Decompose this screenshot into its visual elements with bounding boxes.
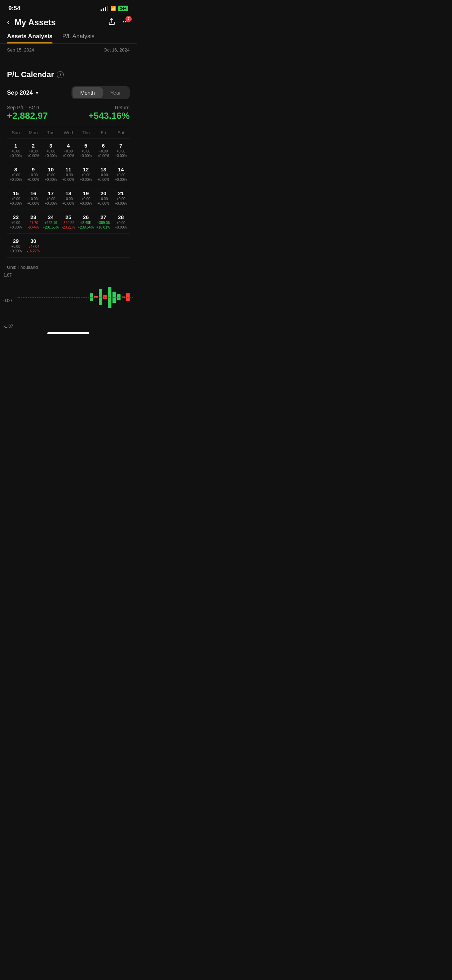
day-pl: +0.00 bbox=[11, 173, 20, 177]
day-pl: +0.00 bbox=[81, 173, 90, 177]
day-pct: +0.00% bbox=[27, 202, 39, 205]
table-row: 9 +0.00 +0.00% bbox=[24, 165, 42, 183]
info-icon[interactable]: i bbox=[57, 71, 64, 78]
day-pct: +0.00% bbox=[62, 154, 74, 158]
status-time: 9:54 bbox=[8, 5, 20, 12]
table-row: 10 +0.00 +0.00% bbox=[42, 165, 60, 183]
day-header-mon: Mon bbox=[24, 130, 42, 135]
day-number: 9 bbox=[32, 167, 35, 172]
table-row: 29 +0.00 +0.00% bbox=[7, 237, 24, 255]
share-button[interactable] bbox=[108, 18, 116, 27]
calendar-week-2: 8 +0.00 +0.00% 9 +0.00 +0.00% 10 +0.00 +… bbox=[7, 162, 130, 186]
day-number: 6 bbox=[102, 143, 105, 149]
day-pl: +0.00 bbox=[29, 149, 38, 153]
day-pct: +0.00% bbox=[10, 249, 22, 253]
tab-bar: Assets Analysis P/L Analysis bbox=[0, 32, 137, 44]
table-row: 25 -320.22 -23.21% bbox=[60, 213, 77, 231]
day-pct: +201.56% bbox=[43, 225, 59, 229]
tab-pl-analysis[interactable]: P/L Analysis bbox=[62, 33, 95, 43]
day-pct: +0.00% bbox=[62, 202, 74, 205]
day-pl: +0.00 bbox=[116, 173, 125, 177]
day-header-thu: Thu bbox=[77, 130, 95, 135]
day-number: 28 bbox=[118, 214, 124, 220]
table-row: - bbox=[60, 237, 77, 255]
month-selector[interactable]: Sep 2024 ▼ bbox=[7, 89, 39, 96]
table-row: 8 +0.00 +0.00% bbox=[7, 165, 24, 183]
day-pct: +0.00% bbox=[45, 154, 57, 158]
day-pl: +0.00 bbox=[116, 149, 125, 153]
day-pl: +922.19 bbox=[45, 221, 57, 225]
day-pl: +0.00 bbox=[29, 197, 38, 201]
bottom-indicator bbox=[0, 329, 137, 341]
day-number: 4 bbox=[67, 143, 70, 149]
wifi-icon: 📶 bbox=[110, 6, 116, 11]
more-button[interactable]: 7 bbox=[122, 18, 130, 27]
year-toggle-button[interactable]: Year bbox=[103, 87, 129, 98]
day-pct: +0.00% bbox=[97, 154, 109, 158]
chart-y-bot: -1.87 bbox=[3, 324, 13, 329]
table-row: 1 +0.00 +0.00% bbox=[7, 141, 24, 159]
day-pct: +0.00% bbox=[97, 202, 109, 205]
day-pl: -47.70 bbox=[29, 221, 38, 225]
table-row: 15 +0.00 +0.00% bbox=[7, 189, 24, 207]
day-pl: +0.00 bbox=[11, 245, 20, 248]
day-pct: +0.00% bbox=[27, 178, 39, 181]
status-icons: 📶 24+ bbox=[100, 6, 128, 11]
table-row: 7 +0.00 +0.00% bbox=[112, 141, 130, 159]
chevron-down-icon: ▼ bbox=[35, 91, 39, 95]
day-pct: +230.54% bbox=[78, 225, 94, 229]
day-pl: +0.00 bbox=[81, 149, 90, 153]
table-row: 24 +922.19 +201.56% bbox=[42, 213, 60, 231]
day-pl: +0.00 bbox=[46, 173, 55, 177]
table-row: 28 +0.00 +0.00% bbox=[112, 213, 130, 231]
table-row: - bbox=[77, 237, 95, 255]
month-toggle-button[interactable]: Month bbox=[73, 87, 103, 98]
back-button[interactable]: ‹ bbox=[7, 18, 10, 27]
table-row: 19 +0.00 +0.00% bbox=[77, 189, 95, 207]
table-row: 30 -547.04 -16.27% bbox=[24, 237, 42, 255]
day-pct: +0.00% bbox=[115, 202, 127, 205]
tab-assets-analysis[interactable]: Assets Analysis bbox=[7, 33, 53, 43]
pl-label: Sep P/L · SGD bbox=[7, 105, 48, 110]
calendar-title: P/L Calendar i bbox=[7, 70, 130, 79]
calendar-weeks: 1 +0.00 +0.00% 2 +0.00 +0.00% 3 +0.00 +0… bbox=[7, 138, 130, 258]
table-row: 2 +0.00 +0.00% bbox=[24, 141, 42, 159]
day-number: 18 bbox=[65, 190, 72, 196]
table-row: 14 +0.00 +0.00% bbox=[112, 165, 130, 183]
table-row: - bbox=[95, 237, 112, 255]
day-pl: +0.00 bbox=[29, 173, 38, 177]
day-pl: -547.04 bbox=[27, 245, 39, 248]
day-number: 24 bbox=[48, 214, 54, 220]
day-pl: +0.00 bbox=[99, 149, 108, 153]
day-pct: -16.27% bbox=[27, 249, 40, 253]
table-row: 18 +0.00 +0.00% bbox=[60, 189, 77, 207]
day-pct: +0.00% bbox=[80, 202, 92, 205]
day-number: 1 bbox=[14, 143, 17, 149]
chart-y-top: 1.87 bbox=[3, 273, 13, 278]
day-number: 12 bbox=[83, 167, 89, 172]
day-pct: +0.00% bbox=[45, 178, 57, 181]
day-header-sat: Sat bbox=[112, 130, 130, 135]
spacer bbox=[0, 56, 137, 62]
day-number: 30 bbox=[30, 238, 37, 244]
return-value: +543.16% bbox=[88, 110, 130, 121]
controls-row: Sep 2024 ▼ Month Year bbox=[7, 86, 130, 99]
day-number: 23 bbox=[30, 214, 37, 220]
day-pl: +389.06 bbox=[97, 221, 110, 225]
day-pl: +0.00 bbox=[64, 149, 73, 153]
day-pct: +10.81% bbox=[96, 225, 110, 229]
day-pct: +0.00% bbox=[115, 225, 127, 229]
table-row: 11 +0.00 +0.00% bbox=[60, 165, 77, 183]
table-row: 4 +0.00 +0.00% bbox=[60, 141, 77, 159]
day-pl: +0.00 bbox=[11, 221, 20, 225]
day-headers: Sun Mon Tue Wed Thu Fri Sat bbox=[7, 127, 130, 138]
day-number: 11 bbox=[65, 167, 72, 172]
table-row: 23 -47.70 -9.44% bbox=[24, 213, 42, 231]
day-pct: +0.00% bbox=[97, 178, 109, 181]
page-title: My Assets bbox=[14, 18, 56, 27]
table-row: 16 +0.00 +0.00% bbox=[24, 189, 42, 207]
day-pct: +0.00% bbox=[80, 178, 92, 181]
date-range: Sep 15, 2024 Oct 16, 2024 bbox=[0, 44, 137, 56]
table-row: 13 +0.00 +0.00% bbox=[95, 165, 112, 183]
battery-icon: 24+ bbox=[118, 6, 128, 11]
